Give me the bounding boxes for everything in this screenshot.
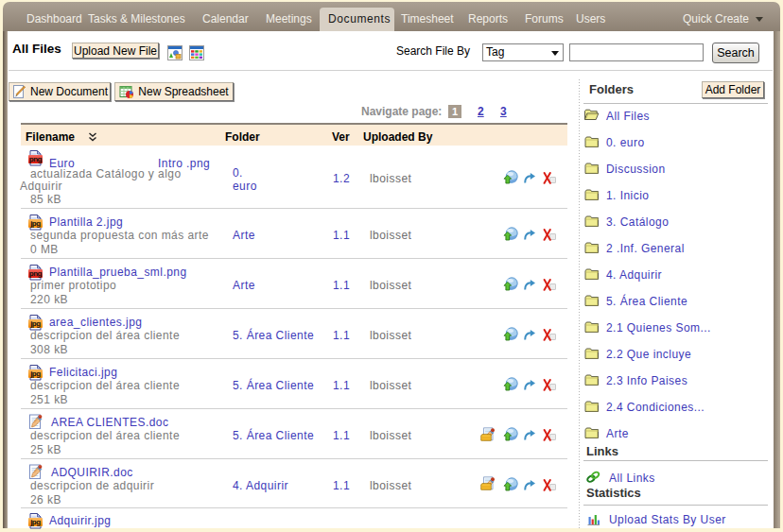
svg-text:jpg: jpg (29, 219, 41, 228)
svg-text:jpg: jpg (29, 518, 41, 526)
svg-text:png: png (29, 155, 43, 163)
svg-text:jpg: jpg (29, 319, 41, 328)
svg-text:png: png (29, 269, 43, 278)
svg-text:jpg: jpg (29, 369, 41, 378)
